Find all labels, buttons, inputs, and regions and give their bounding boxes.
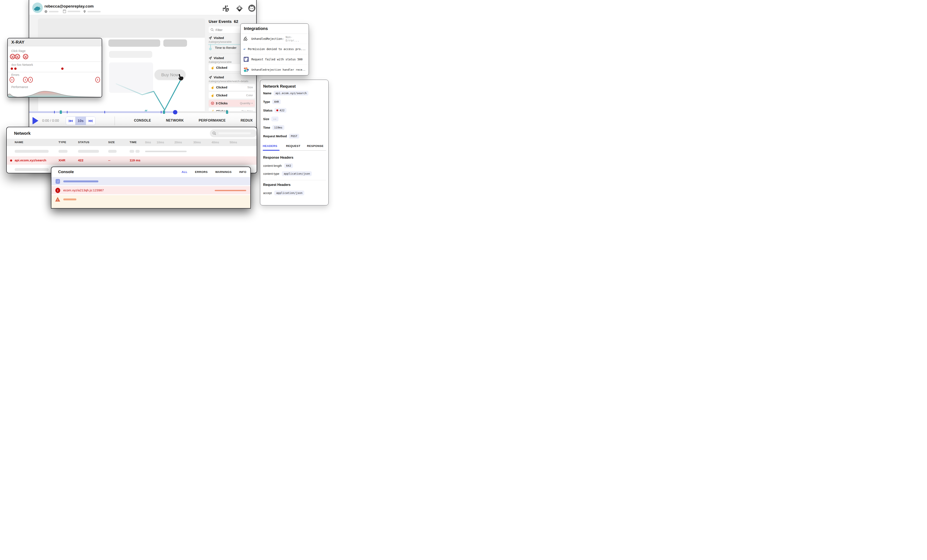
xray-divider (8, 61, 102, 62)
network-error-dot[interactable] (11, 67, 13, 70)
col-status: STATUS (78, 141, 89, 144)
mock-subtitle-skeleton (109, 51, 152, 58)
col-time: TIME (129, 141, 137, 144)
timeline-progress (29, 111, 175, 113)
field-label: Name (263, 92, 272, 95)
jira-icon[interactable] (236, 5, 243, 13)
tick-20ms: 20ms (175, 141, 182, 144)
error-icon[interactable]: ! (96, 77, 100, 83)
xray-divider (8, 72, 102, 72)
waterfall-bar (145, 151, 187, 152)
event-path: /category/wearable (209, 40, 232, 43)
session-location-meta (83, 10, 101, 13)
error-skeleton-bar (215, 190, 246, 191)
xray-title: X-RAY (11, 40, 24, 45)
session-header: rebecca@openreplay.com (29, 0, 256, 15)
header-value: 642 (284, 163, 293, 168)
tab-headers[interactable]: HEADERS (263, 144, 277, 147)
cell-skeleton (15, 150, 49, 153)
network-table-header: NAME TYPE STATUS SIZE TIME 0ms 10ms 20ms… (7, 139, 257, 146)
tab-request[interactable]: REQUEST (286, 144, 301, 147)
field-time: Time 119ms (263, 125, 284, 130)
integration-row-elastic[interactable]: Unhandledrejection handler rece.. (240, 65, 308, 75)
header-accept: accept application/json (263, 191, 304, 195)
req-status: 422 (78, 158, 84, 162)
console-error-row[interactable]: ! ecom.xyz/a213qh.js:123987 (52, 186, 250, 195)
skip-duration[interactable]: 10s (75, 117, 86, 125)
timeline-quote-marker[interactable]: “ (144, 109, 147, 115)
integrations-panel: Integrations UnhandledRejection: Non-Err… (240, 23, 309, 76)
event-visited-3[interactable]: Visited (209, 76, 224, 79)
buy-now-label: Buy Now (161, 72, 179, 77)
integration-row-datadog[interactable]: Request failed with status 500 (240, 54, 308, 65)
integration-row-bugsnag[interactable]: Permission denied to access pro... (240, 44, 308, 54)
network-row-skeleton[interactable] (7, 147, 257, 155)
tab-errors[interactable]: ERRORS (195, 170, 208, 173)
tab-console[interactable]: CONSOLE (134, 118, 151, 122)
elastic-icon (243, 67, 249, 73)
timeline-event-tick[interactable] (161, 111, 161, 113)
tab-response[interactable]: RESPONSE (307, 144, 324, 147)
timeline-page-marker[interactable] (163, 111, 165, 114)
error-icon[interactable]: ! (23, 77, 28, 83)
event-meta: Color (246, 94, 253, 97)
field-value: POST (289, 134, 299, 138)
rhino-icon (33, 5, 41, 12)
integration-row-sentry[interactable]: UnhandledRejection: Non-Error... (240, 34, 308, 44)
integration-text: UnhandledRejection: (251, 37, 284, 41)
angry-face-icon[interactable] (23, 53, 29, 60)
timeline-event-tick[interactable] (67, 111, 67, 113)
req-time: 119 ms (129, 158, 140, 162)
network-error-dot[interactable] (14, 67, 17, 70)
network-error-row[interactable]: api.ecom.xyz/search XHR 422 -- 119 ms (7, 156, 257, 165)
network-search[interactable] (210, 129, 257, 137)
play-button[interactable] (32, 117, 38, 124)
field-label: Type (263, 100, 270, 103)
console-warning-row[interactable]: ! (52, 195, 250, 199)
network-error-dot[interactable] (61, 67, 64, 70)
skip-forward-button[interactable] (86, 117, 96, 125)
tab-network[interactable]: NETWORK (166, 118, 184, 122)
error-icon[interactable]: ! (10, 77, 14, 83)
event-visited-2[interactable]: Visited (209, 56, 224, 60)
event-clicked-size[interactable]: ☝ Clicked Size (209, 84, 255, 91)
info-icon: i (56, 179, 60, 184)
header-content-type: content-type application/json (263, 171, 312, 176)
mock-title-skeleton-2 (163, 39, 187, 47)
time-to-render-item[interactable]: Time to Render (215, 46, 237, 50)
field-label: Request Method (263, 135, 287, 138)
slack-icon[interactable] (222, 5, 229, 13)
event-meta: Size (248, 86, 253, 89)
tab-performance[interactable]: PERFORMANCE (199, 118, 226, 122)
event-label: Clicked (216, 85, 227, 89)
timeline-track[interactable]: “ (29, 111, 256, 113)
console-info-row[interactable]: i (52, 177, 250, 186)
field-value: 422 (275, 108, 286, 113)
skip-back-button[interactable] (66, 117, 75, 125)
event-label: Clicked (216, 94, 227, 97)
search-skeleton (218, 132, 251, 134)
event-path: /category/wearable/watch-details (209, 80, 248, 83)
timeline-page-marker[interactable] (226, 111, 228, 114)
tab-all[interactable]: ALL (182, 170, 187, 173)
tab-warnings[interactable]: WARNINGS (215, 170, 232, 173)
timeline-page-marker[interactable] (60, 111, 62, 114)
event-label: Visited (214, 56, 224, 60)
event-clicked-color[interactable]: ☝ Clicked Color (209, 92, 255, 99)
playhead[interactable] (173, 110, 178, 114)
tab-redux[interactable]: REDUX (240, 118, 253, 122)
github-icon[interactable] (248, 4, 256, 13)
timeline-event-tick[interactable] (54, 111, 55, 113)
event-visited-1[interactable]: Visited (209, 36, 224, 39)
event-rage-clicks[interactable]: 3 Clicks Quantity + (209, 100, 255, 107)
network-title: Network (14, 131, 30, 136)
angry-face-icon[interactable] (14, 53, 20, 60)
event-label: Visited (214, 76, 224, 79)
timeline-event-tick[interactable] (105, 111, 105, 113)
clock-icon (44, 10, 47, 13)
console-tabs: ALL ERRORS WARNINGS INFO (177, 170, 246, 173)
field-value: api.ecom.xyz/search (274, 91, 308, 96)
network-request-panel: Network Request Name api.ecom.xyz/search… (260, 80, 328, 199)
tab-info[interactable]: INFO (239, 170, 246, 173)
error-icon[interactable]: ! (28, 77, 33, 83)
